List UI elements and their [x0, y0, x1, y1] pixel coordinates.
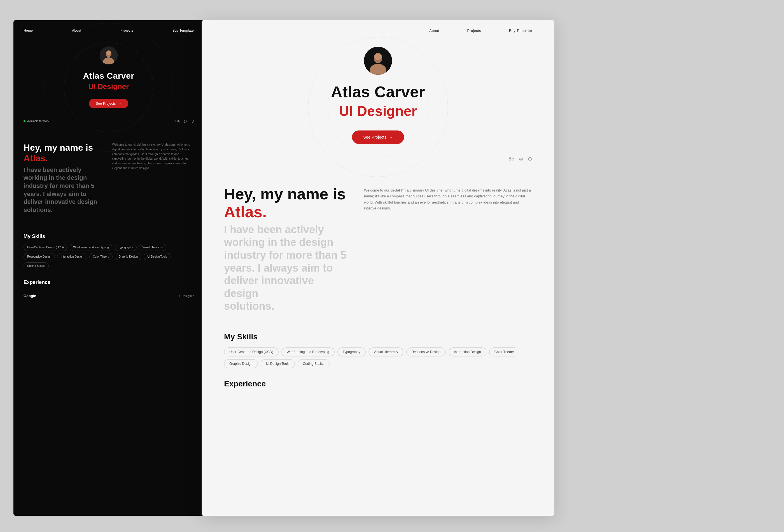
light-skill-coding: Coding Basics [298, 359, 330, 368]
light-about-right: Welcome to our circle! I'm a visionary U… [364, 185, 532, 313]
dark-available-dot [24, 120, 26, 122]
light-nav-buy[interactable]: Buy Template [509, 29, 532, 33]
light-avatar-image [364, 47, 392, 75]
light-skill-typography: Typography [337, 347, 366, 357]
dark-about-desc: Welcome to our circle! I'm a visionary U… [112, 142, 194, 170]
light-hero: Atlas Carver UI Designer See Projects → [202, 41, 554, 144]
light-skill-visual-hierarchy: Visual Hierarchy [368, 347, 403, 357]
dark-about-greeting: Hey, my name is Atlas. [24, 142, 105, 164]
dark-available-label: Available for work [27, 119, 49, 123]
dark-footer-bar: Available for work Bē ◎ ⬡ [13, 114, 204, 128]
light-skills-title: My Skills [224, 332, 532, 341]
dark-avatar [100, 47, 118, 64]
dark-skill-visual-hierarchy: Visual Hierarchy [139, 244, 167, 251]
dark-social-icons: Bē ◎ ⬡ [175, 119, 194, 123]
dark-exp-company: Google [24, 294, 36, 298]
light-hero-title: UI Designer [224, 103, 532, 119]
dark-instagram-icon[interactable]: ⬡ [191, 119, 194, 123]
dark-btn-label: See Projects [96, 102, 116, 106]
light-skill-graphic: Graphic Design [224, 359, 258, 368]
dark-nav-home[interactable]: Home [24, 29, 33, 32]
dark-about-highlight: Atlas. [24, 153, 48, 163]
dark-theme-card: Home About Projects Buy Template Atlas C… [13, 20, 204, 516]
dark-skill-wireframing: Wireframing and Prototyping [70, 244, 113, 251]
dark-skill-interaction: Interaction Design [57, 253, 87, 260]
light-btn-arrow: → [389, 135, 393, 139]
svg-point-9 [374, 54, 382, 60]
light-nav: About Projects Buy Template [202, 20, 554, 41]
light-about-section: Hey, my name is Atlas. I have been activ… [202, 168, 554, 324]
dark-btn-arrow: → [118, 102, 121, 106]
light-social-icons: Bē ◎ ⬡ [508, 156, 532, 162]
light-about-subtitle: I have been actively working in the desi… [224, 223, 347, 313]
light-hero-name: Atlas Carver [224, 83, 532, 101]
light-skill-ucd: User-Centered Design (UCD) [224, 347, 279, 357]
light-skill-tools: UI Design Tools [261, 359, 295, 368]
dark-skill-ucd: User-Centered Design (UCD) [24, 244, 67, 251]
light-nav-projects[interactable]: Projects [467, 29, 481, 33]
light-footer-bar: Bē ◎ ⬡ [202, 149, 554, 168]
dark-about-subtitle: I have been actively working in the desi… [24, 166, 105, 214]
light-about-left: Hey, my name is Atlas. I have been activ… [224, 185, 347, 313]
dark-skill-tools: UI Design Tools [144, 253, 170, 260]
light-skill-interaction: Interaction Design [449, 347, 486, 357]
dark-hero-title: UI Designer [25, 82, 193, 91]
light-theme-card: About Projects Buy Template Atlas Carver… [202, 20, 554, 516]
light-behance-icon[interactable]: Bē [508, 157, 514, 162]
light-experience-title: Experience [224, 380, 532, 388]
dark-behance-icon[interactable]: Bē [175, 119, 180, 123]
light-skill-wireframing: Wireframing and Prototyping [281, 347, 335, 357]
dark-globe-icon[interactable]: ◎ [184, 119, 187, 123]
dark-see-projects-btn[interactable]: See Projects → [89, 99, 128, 108]
dark-exp-role: UI Designer [177, 294, 194, 298]
svg-point-4 [106, 51, 111, 55]
dark-skill-coding: Coding Basics [24, 262, 49, 269]
dark-nav-about[interactable]: About [72, 29, 81, 32]
dark-skill-typography: Typography [114, 244, 136, 251]
light-about-highlight: Atlas. [224, 203, 267, 221]
dark-about-right: Welcome to our circle! I'm a visionary U… [112, 142, 194, 170]
dark-skills-section: My Skills User-Centered Design (UCD) Wir… [13, 225, 204, 269]
dark-available-status: Available for work [24, 119, 49, 123]
dark-hero: Atlas Carver UI Designer See Projects → [13, 41, 204, 108]
dark-exp-row-google: Google UI Designer [24, 290, 194, 302]
dark-skill-responsive: Responsive Design [24, 253, 55, 260]
dark-skill-graphic: Graphic Design [115, 253, 141, 260]
light-instagram-icon[interactable]: ⬡ [528, 156, 532, 162]
light-nav-about[interactable]: About [429, 29, 439, 33]
light-experience-section: Experience [202, 368, 554, 388]
dark-about-section: Hey, my name is Atlas. I have been activ… [13, 128, 204, 225]
light-avatar [364, 47, 392, 75]
light-about-greeting: Hey, my name is Atlas. [224, 185, 347, 221]
light-skill-responsive: Responsive Design [406, 347, 446, 357]
dark-experience-section: Experience Google UI Designer [13, 269, 204, 302]
dark-nav: Home About Projects Buy Template [13, 20, 204, 41]
dark-about-left: Hey, my name is Atlas. I have been activ… [24, 142, 105, 214]
dark-skills-tags: User-Centered Design (UCD) Wireframing a… [24, 244, 194, 269]
light-globe-icon[interactable]: ◎ [519, 156, 523, 162]
dark-skills-title: My Skills [24, 233, 194, 240]
light-about-desc: Welcome to our circle! I'm a visionary U… [364, 187, 532, 212]
dark-avatar-image [100, 47, 118, 64]
dark-nav-buy[interactable]: Buy Template [172, 29, 194, 32]
dark-hero-name: Atlas Carver [25, 71, 193, 81]
light-see-projects-btn[interactable]: See Projects → [352, 131, 404, 144]
dark-experience-title: Experience [24, 279, 194, 285]
dark-nav-projects[interactable]: Projects [120, 29, 133, 32]
light-skills-tags: User-Centered Design (UCD) Wireframing a… [224, 347, 532, 368]
light-skill-color: Color Theory [489, 347, 519, 357]
light-btn-label: See Projects [363, 135, 386, 139]
light-about-row: Hey, my name is Atlas. I have been activ… [224, 185, 532, 313]
light-skills-section: My Skills User-Centered Design (UCD) Wir… [202, 324, 554, 368]
dark-skill-color: Color Theory [89, 253, 113, 260]
